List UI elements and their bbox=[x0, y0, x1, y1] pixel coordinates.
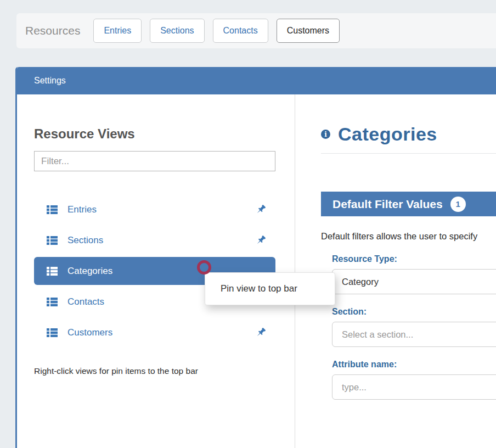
resource-type-select[interactable]: Category bbox=[332, 269, 496, 294]
topbar-button-customers[interactable]: Customers bbox=[277, 19, 340, 43]
sidebar-title: Resource Views bbox=[34, 126, 276, 142]
default-filter-values-header: Default Filter Values 1 bbox=[321, 192, 496, 216]
resource-type-value: Category bbox=[342, 277, 379, 287]
filter-input[interactable] bbox=[34, 151, 275, 171]
resource-views-sidebar: Resource Views Entries Section bbox=[17, 94, 295, 448]
panel-title: Settings bbox=[34, 76, 66, 86]
form-group-attribute-name: Attribute name: type... bbox=[332, 360, 496, 400]
context-menu-item-pin-view[interactable]: Pin view to top bar bbox=[221, 283, 297, 294]
sidebar-item-customers[interactable]: Customers bbox=[34, 318, 275, 346]
topbar-button-entries[interactable]: Entries bbox=[93, 19, 142, 43]
top-bar: Resources Entries Sections Contacts Cust… bbox=[16, 13, 496, 48]
attribute-name-input[interactable]: type... bbox=[332, 374, 496, 400]
view-settings-content: i Categories Default Filter Values 1 Def… bbox=[295, 94, 496, 448]
settings-panel: Settings Resource Views Entries bbox=[15, 67, 496, 448]
section-description: Default filters allows the user to speci… bbox=[321, 231, 496, 242]
sidebar-item-label: Entries bbox=[67, 204, 97, 215]
section-placeholder: Select a section... bbox=[342, 329, 413, 340]
pin-hint-text: Right-click views for pin items to the t… bbox=[34, 366, 276, 376]
section-select[interactable]: Select a section... bbox=[332, 322, 496, 347]
panel-body: Resource Views Entries Section bbox=[17, 94, 496, 448]
list-icon bbox=[46, 234, 58, 247]
sidebar-item-label: Contacts bbox=[67, 296, 104, 307]
list-icon bbox=[46, 327, 58, 339]
form-group-section: Section: Select a section... bbox=[332, 307, 496, 347]
attribute-name-placeholder: type... bbox=[342, 382, 367, 393]
context-menu: Pin view to top bar bbox=[205, 272, 335, 305]
sidebar-item-entries[interactable]: Entries bbox=[34, 195, 275, 223]
sidebar-item-label: Categories bbox=[67, 266, 112, 277]
sidebar-item-sections[interactable]: Sections bbox=[34, 226, 275, 254]
resource-views-list: Entries Sections bbox=[34, 195, 275, 346]
panel-header: Settings bbox=[17, 67, 496, 94]
topbar-button-sections[interactable]: Sections bbox=[150, 19, 204, 43]
sidebar-item-label: Sections bbox=[67, 235, 103, 246]
list-icon bbox=[46, 265, 58, 277]
sidebar-item-label: Customers bbox=[67, 327, 112, 338]
pin-icon[interactable] bbox=[255, 204, 267, 216]
list-icon bbox=[46, 296, 58, 308]
content-title-row: i Categories bbox=[321, 124, 496, 145]
resources-label: Resources bbox=[25, 24, 80, 37]
count-badge: 1 bbox=[450, 197, 466, 212]
section-label: Section: bbox=[332, 307, 496, 317]
attribute-name-label: Attribute name: bbox=[332, 360, 496, 369]
resource-type-label: Resource Type: bbox=[332, 254, 496, 264]
info-icon: i bbox=[321, 130, 330, 139]
pin-icon[interactable] bbox=[255, 327, 267, 339]
form-group-resource-type: Resource Type: Category bbox=[332, 254, 496, 294]
pin-icon[interactable] bbox=[255, 234, 267, 247]
page-title: Categories bbox=[338, 124, 437, 145]
section-title: Default Filter Values bbox=[332, 198, 443, 211]
default-filters-form: Resource Type: Category Section: Select … bbox=[332, 254, 496, 400]
title-divider bbox=[321, 153, 496, 154]
topbar-button-contacts[interactable]: Contacts bbox=[213, 19, 268, 43]
list-icon bbox=[46, 204, 58, 216]
